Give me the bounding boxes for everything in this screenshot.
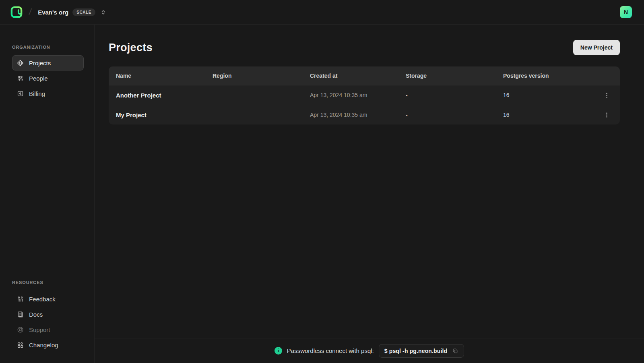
table-row[interactable]: My Project Apr 13, 2024 10:35 am - 16 bbox=[109, 105, 620, 124]
project-postgres-version: 16 bbox=[496, 112, 593, 118]
projects-icon bbox=[17, 59, 24, 67]
column-header-name: Name bbox=[109, 73, 205, 79]
project-created-at: Apr 13, 2024 10:35 am bbox=[303, 112, 398, 118]
row-menu-kebab-icon[interactable] bbox=[601, 89, 612, 101]
project-storage: - bbox=[398, 92, 496, 98]
new-project-button[interactable]: New Project bbox=[573, 40, 620, 55]
psql-command-box[interactable]: $ psql -h pg.neon.build bbox=[379, 344, 464, 358]
copy-icon[interactable] bbox=[452, 348, 458, 354]
table-header-row: Name Region Created at Storage Postgres … bbox=[109, 66, 620, 85]
sidebar-item-people[interactable]: People bbox=[12, 71, 84, 86]
people-icon bbox=[17, 75, 24, 82]
footer: i Passwordless connect with psql: $ psql… bbox=[95, 338, 644, 363]
breadcrumb-divider: / bbox=[28, 7, 32, 17]
table-row[interactable]: Another Project Apr 13, 2024 10:35 am - … bbox=[109, 85, 620, 105]
neon-logo-icon[interactable] bbox=[10, 5, 23, 19]
sidebar-item-label: Billing bbox=[29, 90, 45, 97]
column-header-storage: Storage bbox=[398, 73, 496, 79]
sidebar-item-docs[interactable]: Docs bbox=[12, 307, 84, 322]
topbar: / Evan's org SCALE N bbox=[0, 0, 644, 25]
column-header-created-at: Created at bbox=[303, 73, 398, 79]
sidebar-item-projects[interactable]: Projects bbox=[12, 55, 84, 71]
sidebar-item-label: Support bbox=[29, 326, 50, 333]
column-header-region: Region bbox=[205, 73, 303, 79]
sidebar-item-support[interactable]: Support bbox=[12, 322, 84, 337]
column-header-postgres-version: Postgres version bbox=[496, 73, 593, 79]
sidebar-item-label: Projects bbox=[29, 60, 51, 66]
project-postgres-version: 16 bbox=[496, 92, 593, 98]
sidebar-item-billing[interactable]: Billing bbox=[12, 86, 84, 101]
support-icon bbox=[17, 326, 24, 334]
sidebar-item-label: Changelog bbox=[29, 342, 58, 348]
avatar[interactable]: N bbox=[620, 6, 632, 18]
sidebar-item-feedback[interactable]: Feedback bbox=[12, 291, 84, 307]
project-storage: - bbox=[398, 112, 496, 118]
project-name[interactable]: My Project bbox=[109, 112, 205, 118]
plan-badge: SCALE bbox=[72, 8, 95, 16]
docs-icon bbox=[17, 311, 24, 318]
feedback-icon bbox=[17, 295, 24, 303]
project-created-at: Apr 13, 2024 10:35 am bbox=[303, 92, 398, 98]
sidebar: ORGANIZATION Projects People bbox=[0, 25, 95, 363]
project-name[interactable]: Another Project bbox=[109, 92, 205, 99]
row-menu-kebab-icon[interactable] bbox=[601, 109, 612, 120]
psql-command: $ psql -h pg.neon.build bbox=[384, 348, 447, 354]
org-switcher-chevrons-icon[interactable] bbox=[100, 9, 106, 15]
sidebar-item-label: People bbox=[29, 75, 48, 82]
sidebar-item-label: Docs bbox=[29, 311, 43, 318]
page-title: Projects bbox=[109, 41, 153, 54]
sidebar-item-label: Feedback bbox=[29, 296, 56, 303]
projects-table: Name Region Created at Storage Postgres … bbox=[109, 66, 620, 124]
psql-message: Passwordless connect with psql: bbox=[287, 347, 374, 354]
org-name[interactable]: Evan's org bbox=[38, 9, 68, 16]
sidebar-item-changelog[interactable]: Changelog bbox=[12, 337, 84, 353]
changelog-icon bbox=[17, 341, 24, 349]
main-content: Projects New Project Name Region Created… bbox=[95, 25, 644, 338]
info-icon: i bbox=[275, 347, 282, 355]
sidebar-section-resources: RESOURCES bbox=[12, 280, 84, 285]
sidebar-section-organization: ORGANIZATION bbox=[12, 45, 84, 50]
billing-icon bbox=[17, 90, 24, 97]
